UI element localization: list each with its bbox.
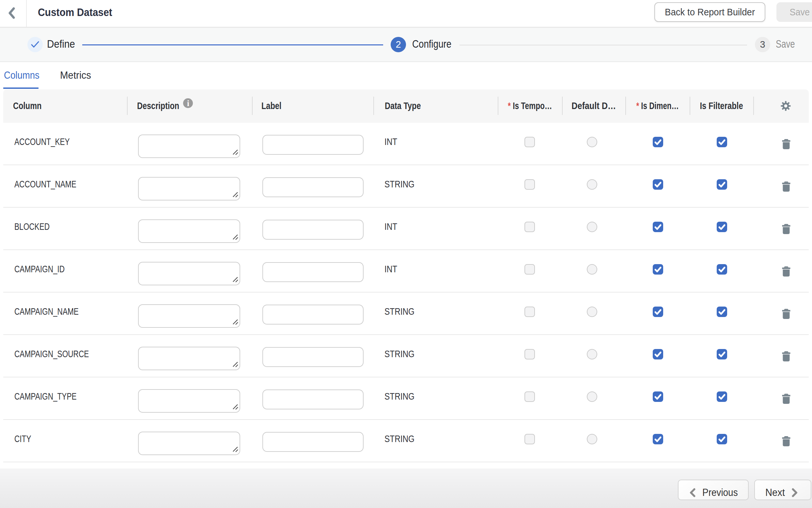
svg-text:i: i (187, 99, 189, 108)
